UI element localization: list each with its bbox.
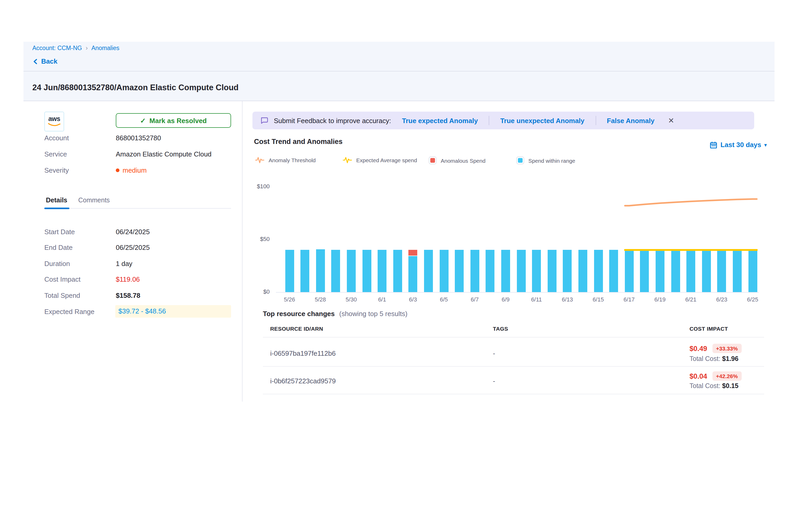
account-label: Account [44, 133, 69, 144]
impact-amount: $0.49 [689, 344, 707, 352]
table-divider [263, 394, 764, 394]
x-axis-tick: 6/15 [587, 296, 610, 303]
spend-bar [285, 250, 294, 292]
date-range-label: Last 30 days [721, 141, 761, 149]
total-spend-value: $158.78 [116, 290, 140, 301]
spend-bar [424, 250, 433, 292]
y-axis-tick: $0 [253, 288, 270, 295]
severity-value: medium [122, 166, 147, 174]
blue-swatch-icon [516, 156, 524, 164]
speech-bubble-icon [260, 116, 269, 125]
chart-plot: $100$50$05/265/285/306/16/36/56/76/96/11… [253, 177, 764, 309]
x-axis-tick: 6/19 [649, 296, 671, 303]
x-axis-tick: 5/30 [340, 296, 363, 303]
title-band: 24 Jun/868001352780/Amazon Elastic Compu… [23, 72, 775, 101]
anomaly-threshold-line [625, 199, 757, 206]
x-axis-tick: 6/7 [463, 296, 486, 303]
x-axis-tick: 6/17 [618, 296, 641, 303]
resources-title: Top resource changes [263, 310, 335, 318]
spend-bar [733, 250, 742, 292]
date-range-dropdown[interactable]: Last 30 days ▾ [710, 141, 767, 149]
spend-bar [501, 250, 510, 292]
x-axis-tick: 6/1 [370, 296, 394, 303]
spend-bar [748, 250, 757, 292]
severity-badge: medium [116, 165, 147, 176]
feedback-prompt: Submit Feedback to improve accuracy: [274, 117, 391, 125]
table-divider [263, 366, 764, 367]
legend-label: Anomalous Spend [441, 157, 486, 164]
x-axis-tick: 6/25 [741, 296, 764, 303]
active-tab-underline [44, 208, 69, 209]
x-axis-tick: 6/11 [525, 296, 548, 303]
page-title: 24 Jun/868001352780/Amazon Elastic Compu… [32, 83, 239, 92]
spend-bar [625, 250, 633, 292]
tab-divider [44, 208, 231, 209]
spend-bar [532, 250, 541, 292]
col-cost-impact: COST IMPACT [689, 325, 728, 332]
back-button[interactable]: Back [32, 57, 57, 65]
feedback-divider [489, 116, 489, 125]
start-date-label: Start Date [44, 227, 75, 237]
anomalous-spend-bar [408, 250, 418, 256]
spend-bar [517, 250, 526, 292]
impact-amount: $0.04 [689, 372, 707, 380]
summary-row-service: Service Amazon Elastic Compute Cloud [23, 149, 242, 159]
spend-bar [671, 250, 680, 292]
resolve-label: Mark as Resolved [149, 117, 207, 125]
end-date-label: End Date [44, 243, 73, 253]
aws-logo-text: aws [45, 116, 64, 122]
spend-bar [408, 256, 418, 292]
detail-row-cost-impact: Cost Impact $119.06 [23, 274, 242, 285]
spend-bar [656, 250, 664, 292]
legend-label: Anomaly Threshold [269, 157, 316, 163]
severity-label: Severity [44, 165, 69, 176]
spend-bar [316, 249, 325, 292]
x-axis-tick: 5/26 [278, 296, 301, 303]
spend-bar [609, 250, 618, 292]
table-divider [263, 337, 764, 338]
spend-bar [640, 250, 649, 292]
resources-heading: Top resource changes (showing top 5 resu… [263, 310, 407, 318]
cost-impact-cell: $0.49 +33.33% [689, 344, 741, 353]
cost-impact-cell: $0.04 +42.26% [689, 372, 741, 381]
severity-dot-icon [116, 169, 119, 172]
detail-row-total-spend: Total Spend $158.78 [23, 290, 242, 301]
spend-bar [455, 250, 464, 292]
anomaly-detail-page: Account: CCM-NG › Anomalies Back 24 Jun/… [0, 0, 798, 532]
feedback-false-anomaly[interactable]: False Anomaly [607, 117, 654, 125]
spend-bar [594, 250, 603, 292]
anomaly-summary-panel: aws ✓ Mark as Resolved Account 868001352… [23, 101, 243, 402]
x-axis-tick: 6/3 [402, 296, 424, 303]
col-tags: TAGS [493, 325, 508, 332]
feedback-true-unexpected[interactable]: True unexpected Anomaly [500, 117, 584, 125]
summary-row-account: Account 868001352780 [23, 133, 242, 144]
start-date-value: 06/24/2025 [116, 227, 150, 237]
service-value: Amazon Elastic Compute Cloud [116, 149, 211, 159]
resource-tags: - [493, 349, 495, 357]
spend-bar [378, 250, 386, 292]
mark-as-resolved-button[interactable]: ✓ Mark as Resolved [116, 113, 231, 128]
spend-bar [331, 250, 340, 292]
feedback-bar: Submit Feedback to improve accuracy: Tru… [252, 112, 754, 129]
resource-id: i-06597ba197fe112b6 [270, 349, 336, 357]
impact-percent-badge: +42.26% [712, 372, 742, 381]
spend-bar [702, 250, 711, 292]
legend-anomalous-spend: Anomalous Spend [429, 156, 486, 164]
detail-row-duration: Duration 1 day [23, 259, 242, 269]
tab-comments[interactable]: Comments [78, 197, 110, 204]
chart-title: Cost Trend and Anomalies [254, 138, 343, 146]
pulse-line-icon [343, 156, 352, 164]
breadcrumb-anomalies-link[interactable]: Anomalies [91, 45, 119, 51]
breadcrumb-account-link[interactable]: Account: CCM-NG [32, 45, 82, 51]
feedback-true-expected[interactable]: True expected Anomaly [402, 117, 478, 125]
x-axis-tick: 6/9 [494, 296, 517, 303]
x-axis-tick: 5/28 [309, 296, 332, 303]
x-axis-tick: 6/21 [679, 296, 702, 303]
cost-impact-value: $119.06 [116, 274, 140, 285]
expected-range-label: Expected Range [44, 307, 94, 317]
check-icon: ✓ [140, 117, 146, 125]
calendar-icon [710, 141, 717, 148]
tab-details[interactable]: Details [46, 197, 67, 204]
close-icon[interactable]: ✕ [668, 116, 674, 125]
spend-bar [362, 250, 371, 292]
